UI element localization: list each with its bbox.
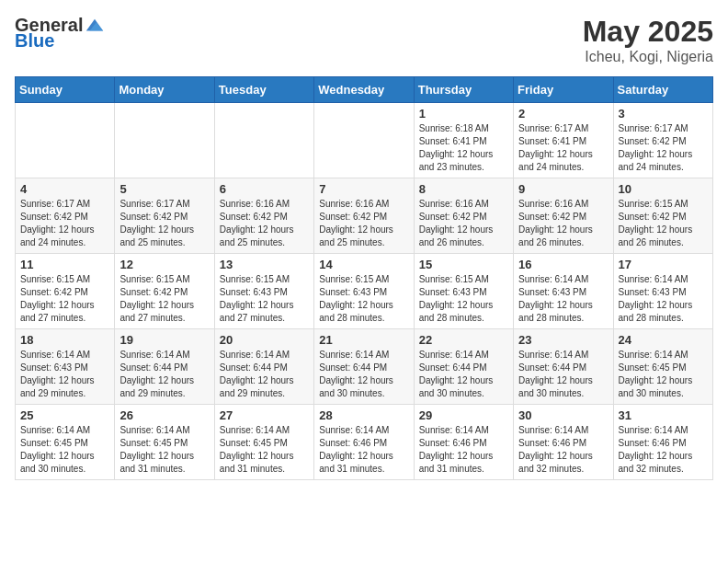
day-number: 3: [619, 107, 708, 121]
page-header: General Blue May 2025 Icheu, Kogi, Niger…: [15, 15, 713, 65]
day-number: 30: [518, 408, 608, 422]
location: Icheu, Kogi, Nigeria: [583, 49, 713, 65]
day-info: Sunrise: 6:18 AM Sunset: 6:41 PM Dayligh…: [419, 122, 508, 174]
calendar-week-row: 18Sunrise: 6:14 AM Sunset: 6:43 PM Dayli…: [16, 329, 713, 405]
calendar-week-row: 4Sunrise: 6:17 AM Sunset: 6:42 PM Daylig…: [16, 178, 713, 254]
day-info: Sunrise: 6:14 AM Sunset: 6:43 PM Dayligh…: [619, 273, 708, 325]
day-info: Sunrise: 6:15 AM Sunset: 6:43 PM Dayligh…: [419, 273, 508, 325]
day-number: 2: [518, 107, 608, 121]
day-number: 4: [20, 182, 109, 196]
calendar-day-cell: 20Sunrise: 6:14 AM Sunset: 6:44 PM Dayli…: [214, 329, 313, 405]
calendar-day-cell: 11Sunrise: 6:15 AM Sunset: 6:42 PM Dayli…: [16, 254, 115, 329]
calendar-day-cell: 27Sunrise: 6:14 AM Sunset: 6:45 PM Dayli…: [214, 405, 313, 480]
day-number: 17: [619, 258, 708, 271]
day-of-week-header: Saturday: [613, 77, 712, 103]
calendar-day-cell: 10Sunrise: 6:15 AM Sunset: 6:42 PM Dayli…: [613, 178, 712, 254]
day-number: 12: [119, 258, 209, 271]
day-number: 22: [419, 333, 508, 347]
day-of-week-header: Thursday: [414, 77, 513, 103]
calendar-day-cell: 14Sunrise: 6:15 AM Sunset: 6:43 PM Dayli…: [314, 254, 414, 329]
day-info: Sunrise: 6:14 AM Sunset: 6:46 PM Dayligh…: [518, 424, 608, 476]
calendar-day-cell: [115, 103, 214, 178]
logo-icon: [85, 16, 105, 36]
calendar-day-cell: 26Sunrise: 6:14 AM Sunset: 6:45 PM Dayli…: [115, 405, 214, 480]
day-info: Sunrise: 6:15 AM Sunset: 6:43 PM Dayligh…: [220, 273, 309, 325]
calendar-day-cell: 16Sunrise: 6:14 AM Sunset: 6:43 PM Dayli…: [514, 254, 613, 329]
day-number: 5: [119, 182, 209, 196]
day-info: Sunrise: 6:15 AM Sunset: 6:42 PM Dayligh…: [119, 273, 209, 325]
calendar-table: SundayMondayTuesdayWednesdayThursdayFrid…: [15, 76, 713, 480]
calendar-day-cell: 1Sunrise: 6:18 AM Sunset: 6:41 PM Daylig…: [414, 103, 513, 178]
day-info: Sunrise: 6:16 AM Sunset: 6:42 PM Dayligh…: [319, 198, 408, 249]
day-number: 8: [419, 182, 508, 196]
day-info: Sunrise: 6:14 AM Sunset: 6:44 PM Dayligh…: [119, 349, 209, 400]
calendar-day-cell: 19Sunrise: 6:14 AM Sunset: 6:44 PM Dayli…: [115, 329, 214, 405]
month-title: May 2025: [583, 15, 713, 49]
day-number: 9: [518, 182, 608, 196]
calendar-day-cell: [314, 103, 414, 178]
day-number: 19: [119, 333, 209, 347]
calendar-day-cell: 13Sunrise: 6:15 AM Sunset: 6:43 PM Dayli…: [214, 254, 313, 329]
day-number: 20: [220, 333, 309, 347]
day-number: 21: [319, 333, 408, 347]
calendar-day-cell: 17Sunrise: 6:14 AM Sunset: 6:43 PM Dayli…: [613, 254, 712, 329]
calendar-day-cell: 9Sunrise: 6:16 AM Sunset: 6:42 PM Daylig…: [514, 178, 613, 254]
calendar-day-cell: 28Sunrise: 6:14 AM Sunset: 6:46 PM Dayli…: [314, 405, 414, 480]
calendar-day-cell: 8Sunrise: 6:16 AM Sunset: 6:42 PM Daylig…: [414, 178, 513, 254]
day-info: Sunrise: 6:16 AM Sunset: 6:42 PM Dayligh…: [220, 198, 309, 249]
logo: General Blue: [15, 15, 105, 52]
day-of-week-header: Wednesday: [314, 77, 414, 103]
calendar-day-cell: [214, 103, 313, 178]
calendar-day-cell: 4Sunrise: 6:17 AM Sunset: 6:42 PM Daylig…: [16, 178, 115, 254]
calendar-week-row: 11Sunrise: 6:15 AM Sunset: 6:42 PM Dayli…: [16, 254, 713, 329]
calendar-day-cell: 22Sunrise: 6:14 AM Sunset: 6:44 PM Dayli…: [414, 329, 513, 405]
day-number: 1: [419, 107, 508, 121]
day-info: Sunrise: 6:14 AM Sunset: 6:45 PM Dayligh…: [119, 424, 209, 476]
day-info: Sunrise: 6:14 AM Sunset: 6:45 PM Dayligh…: [220, 424, 309, 476]
day-info: Sunrise: 6:15 AM Sunset: 6:43 PM Dayligh…: [319, 273, 408, 325]
calendar-day-cell: 2Sunrise: 6:17 AM Sunset: 6:41 PM Daylig…: [514, 103, 613, 178]
day-number: 29: [419, 408, 508, 422]
day-number: 23: [518, 333, 608, 347]
day-info: Sunrise: 6:17 AM Sunset: 6:41 PM Dayligh…: [518, 122, 608, 174]
logo-blue-text: Blue: [15, 30, 54, 52]
day-info: Sunrise: 6:14 AM Sunset: 6:44 PM Dayligh…: [518, 349, 608, 400]
day-number: 18: [20, 333, 109, 347]
day-number: 16: [518, 258, 608, 271]
calendar-week-row: 1Sunrise: 6:18 AM Sunset: 6:41 PM Daylig…: [16, 103, 713, 178]
day-number: 14: [319, 258, 408, 271]
calendar-day-cell: 15Sunrise: 6:15 AM Sunset: 6:43 PM Dayli…: [414, 254, 513, 329]
day-number: 10: [619, 182, 708, 196]
day-number: 25: [20, 408, 109, 422]
day-info: Sunrise: 6:14 AM Sunset: 6:46 PM Dayligh…: [419, 424, 508, 476]
calendar-day-cell: 23Sunrise: 6:14 AM Sunset: 6:44 PM Dayli…: [514, 329, 613, 405]
calendar-day-cell: 24Sunrise: 6:14 AM Sunset: 6:45 PM Dayli…: [613, 329, 712, 405]
day-info: Sunrise: 6:17 AM Sunset: 6:42 PM Dayligh…: [119, 198, 209, 249]
calendar-day-cell: [16, 103, 115, 178]
day-of-week-header: Friday: [514, 77, 613, 103]
day-number: 24: [619, 333, 708, 347]
day-info: Sunrise: 6:17 AM Sunset: 6:42 PM Dayligh…: [20, 198, 109, 249]
day-info: Sunrise: 6:17 AM Sunset: 6:42 PM Dayligh…: [619, 122, 708, 174]
day-number: 15: [419, 258, 508, 271]
calendar-day-cell: 12Sunrise: 6:15 AM Sunset: 6:42 PM Dayli…: [115, 254, 214, 329]
day-info: Sunrise: 6:14 AM Sunset: 6:46 PM Dayligh…: [319, 424, 408, 476]
day-number: 7: [319, 182, 408, 196]
calendar-day-cell: 30Sunrise: 6:14 AM Sunset: 6:46 PM Dayli…: [514, 405, 613, 480]
day-info: Sunrise: 6:15 AM Sunset: 6:42 PM Dayligh…: [20, 273, 109, 325]
day-info: Sunrise: 6:15 AM Sunset: 6:42 PM Dayligh…: [619, 198, 708, 249]
day-info: Sunrise: 6:16 AM Sunset: 6:42 PM Dayligh…: [419, 198, 508, 249]
day-info: Sunrise: 6:14 AM Sunset: 6:43 PM Dayligh…: [518, 273, 608, 325]
day-info: Sunrise: 6:14 AM Sunset: 6:45 PM Dayligh…: [20, 424, 109, 476]
calendar-day-cell: 31Sunrise: 6:14 AM Sunset: 6:46 PM Dayli…: [613, 405, 712, 480]
day-number: 11: [20, 258, 109, 271]
calendar-day-cell: 6Sunrise: 6:16 AM Sunset: 6:42 PM Daylig…: [214, 178, 313, 254]
day-info: Sunrise: 6:14 AM Sunset: 6:46 PM Dayligh…: [619, 424, 708, 476]
calendar-header-row: SundayMondayTuesdayWednesdayThursdayFrid…: [16, 77, 713, 103]
calendar-day-cell: 25Sunrise: 6:14 AM Sunset: 6:45 PM Dayli…: [16, 405, 115, 480]
calendar-week-row: 25Sunrise: 6:14 AM Sunset: 6:45 PM Dayli…: [16, 405, 713, 480]
day-number: 27: [220, 408, 309, 422]
day-info: Sunrise: 6:14 AM Sunset: 6:44 PM Dayligh…: [319, 349, 408, 400]
day-number: 26: [119, 408, 209, 422]
calendar-day-cell: 5Sunrise: 6:17 AM Sunset: 6:42 PM Daylig…: [115, 178, 214, 254]
